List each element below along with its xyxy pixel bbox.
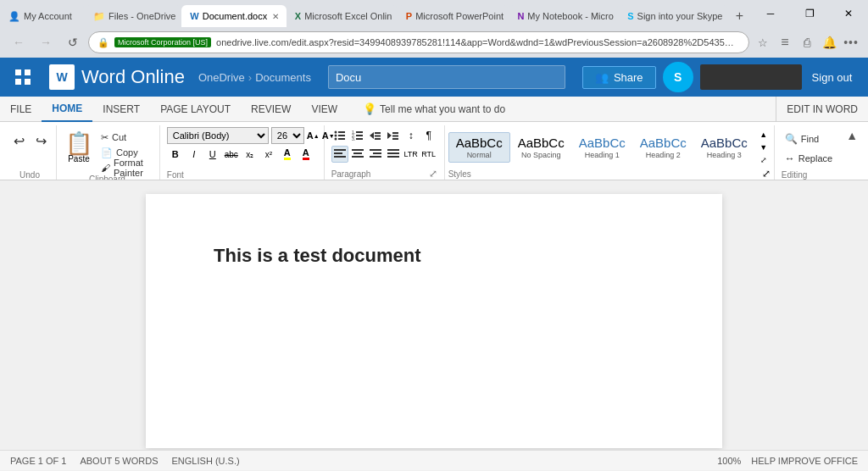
skype-button[interactable]: S — [663, 62, 693, 92]
skype-icon: S — [627, 11, 633, 21]
style-heading3[interactable]: AaBbCc Heading 3 — [694, 133, 754, 162]
style-heading1-label: Heading 1 — [585, 151, 620, 159]
style-normal[interactable]: AaBbCc Normal — [448, 132, 510, 163]
styles-expand[interactable]: ⤢ — [757, 154, 771, 166]
browser-menu-icon[interactable]: ≡ — [775, 32, 795, 53]
back-button[interactable]: ← — [7, 30, 31, 54]
refresh-button[interactable]: ↺ — [61, 30, 85, 54]
sign-out-button[interactable]: Sign out — [812, 71, 853, 84]
language: ENGLISH (U.S.) — [172, 456, 240, 466]
breadcrumb-documents[interactable]: Documents — [255, 71, 311, 84]
paste-label: Paste — [68, 154, 90, 163]
address-bar[interactable]: 🔒 Microsoft Corporation [US] onedrive.li… — [88, 31, 749, 53]
tab-powerpoint[interactable]: P Microsoft PowerPoint — [398, 5, 509, 27]
numbering-button[interactable]: 1. 2. 3. — [349, 127, 366, 144]
increase-font-button[interactable]: A▲ — [307, 127, 320, 144]
svg-rect-28 — [353, 152, 362, 154]
underline-button[interactable]: U — [204, 146, 221, 163]
paste-icon: 📋 — [65, 132, 92, 154]
font-group-label: Font — [167, 170, 317, 180]
align-left-button[interactable] — [331, 146, 348, 163]
svg-rect-13 — [356, 135, 363, 136]
format-painter-button[interactable]: 🖌 Format Painter — [97, 161, 153, 175]
styles-scroll-down[interactable]: ▼ — [757, 141, 771, 153]
collapse-ribbon-button[interactable]: ▲ — [846, 129, 858, 142]
highlight-button[interactable]: A — [279, 146, 296, 163]
font-name-select[interactable]: Calibri (Body) — [167, 127, 269, 144]
decrease-indent-button[interactable] — [367, 127, 384, 144]
clipboard-small-buttons: ✂ Cut 📄 Copy 🖌 Format Painter — [97, 127, 153, 175]
increase-indent-button[interactable] — [385, 127, 402, 144]
ribbon-tab-insert[interactable]: INSERT — [92, 97, 150, 122]
ribbon-tab-file[interactable]: FILE — [0, 97, 42, 122]
document-content[interactable]: This is a test document — [214, 245, 654, 267]
find-button[interactable]: 🔍 Find — [782, 130, 836, 147]
svg-rect-32 — [370, 156, 381, 158]
ribbon-tab-review[interactable]: REVIEW — [241, 97, 301, 122]
style-no-spacing[interactable]: AaBbCc No Spacing — [511, 133, 571, 162]
font-group: Calibri (Body) 26 A▲ A▼ B I U abc x₂ x² … — [160, 125, 325, 180]
ribbon-tab-home[interactable]: HOME — [42, 97, 92, 122]
paragraph-expand-button[interactable]: ⤢ — [429, 168, 437, 180]
justify-button[interactable] — [385, 146, 402, 163]
font-color-button[interactable]: A — [298, 146, 314, 163]
paste-button[interactable]: 📋 Paste — [62, 127, 96, 168]
apps-grid-button[interactable] — [10, 64, 36, 90]
line-spacing-button[interactable]: ↕ — [403, 127, 420, 144]
italic-button[interactable]: I — [186, 146, 203, 163]
tab-notebook[interactable]: N My Notebook - Micro — [509, 5, 619, 27]
style-heading2[interactable]: AaBbCc Heading 2 — [633, 133, 693, 162]
style-heading1[interactable]: AaBbCc Heading 1 — [572, 133, 632, 162]
forward-button[interactable]: → — [34, 30, 58, 54]
bookmark-icon[interactable]: ☆ — [753, 32, 773, 53]
breadcrumb-separator: › — [248, 71, 252, 84]
bold-button[interactable]: B — [167, 146, 184, 163]
rtl-button[interactable]: RTL — [420, 146, 437, 163]
styles-scroll-buttons: ▲ ▼ ⤢ — [757, 129, 771, 166]
status-bar-right: 100% HELP IMPROVE OFFICE — [717, 456, 858, 466]
tab-skype[interactable]: S Sign into your Skype — [619, 5, 728, 27]
more-icon[interactable]: ••• — [841, 32, 861, 53]
ltr-button[interactable]: LTR — [403, 146, 420, 163]
svg-point-4 — [334, 131, 337, 134]
align-right-button[interactable] — [367, 146, 384, 163]
tab-document[interactable]: W Document.docx ✕ — [181, 5, 286, 27]
align-center-button[interactable] — [349, 146, 366, 163]
superscript-button[interactable]: x² — [260, 146, 277, 163]
ribbon-tab-page-layout[interactable]: PAGE LAYOUT — [150, 97, 241, 122]
tab-my-account[interactable]: 👤 My Account — [0, 5, 85, 27]
minimize-button[interactable]: ─ — [751, 0, 790, 27]
styles-items: AaBbCc Normal AaBbCc No Spacing AaBbCc H… — [448, 127, 771, 168]
svg-rect-30 — [370, 149, 381, 151]
undo-button[interactable]: ↩ — [8, 130, 29, 151]
replace-button[interactable]: ↔ Replace — [782, 150, 836, 167]
edit-in-word-button[interactable]: EDIT IN WORD — [776, 97, 868, 122]
tab-files-onedrive[interactable]: 📁 Files - OneDrive — [85, 5, 181, 27]
font-size-select[interactable]: 26 — [271, 127, 304, 144]
search-input[interactable] — [328, 65, 565, 89]
strikethrough-button[interactable]: abc — [223, 146, 240, 163]
app-title: Word Online — [81, 66, 185, 88]
new-tab-button[interactable]: + — [728, 5, 751, 27]
tab-close-button[interactable]: ✕ — [270, 11, 281, 22]
document-page[interactable]: This is a test document — [146, 194, 722, 448]
redo-button[interactable]: ↪ — [31, 130, 51, 151]
styles-scroll-up[interactable]: ▲ — [757, 129, 771, 141]
bullets-button[interactable] — [331, 127, 348, 144]
user-avatar[interactable] — [700, 64, 802, 90]
styles-expand-button[interactable]: ⤢ — [762, 168, 771, 180]
close-button[interactable]: ✕ — [829, 0, 868, 27]
share-button[interactable]: 👥 Share — [582, 66, 656, 89]
cut-button[interactable]: ✂ Cut — [97, 130, 153, 144]
breadcrumb-onedrive[interactable]: OneDrive — [198, 71, 245, 84]
help-improve[interactable]: HELP IMPROVE OFFICE — [751, 456, 858, 466]
notifications-icon[interactable]: 🔔 — [819, 32, 839, 53]
restore-button[interactable]: ❐ — [790, 0, 829, 27]
ribbon-tab-view[interactable]: VIEW — [301, 97, 348, 122]
svg-rect-26 — [334, 156, 346, 158]
share-page-icon[interactable]: ⎙ — [797, 32, 817, 53]
subscript-button[interactable]: x₂ — [242, 146, 259, 163]
show-formatting-button[interactable]: ¶ — [420, 127, 437, 144]
tab-excel[interactable]: X Microsoft Excel Onlin — [287, 5, 398, 27]
tell-me-box[interactable]: 💡 Tell me what you want to do — [354, 97, 514, 122]
